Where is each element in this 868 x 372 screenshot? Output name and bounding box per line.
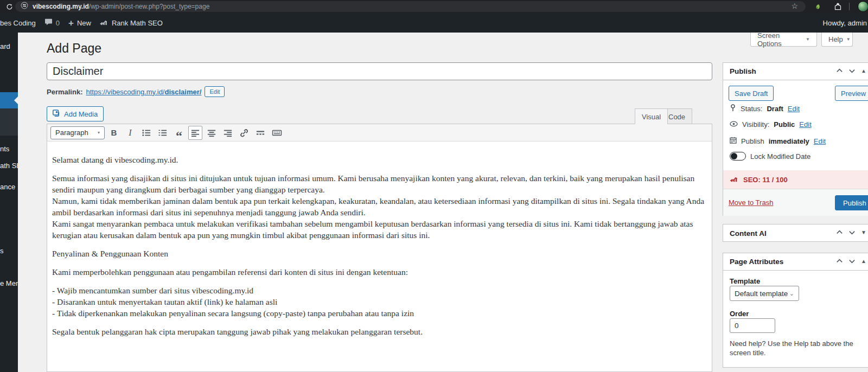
align-center-button[interactable] — [205, 126, 219, 140]
calendar-icon — [730, 137, 737, 145]
save-draft-button[interactable]: Save Draft — [729, 86, 774, 101]
align-right-button[interactable] — [221, 126, 235, 140]
sidebar-item-appearance[interactable]: ance — [0, 183, 15, 191]
bold-button[interactable]: B — [107, 126, 121, 140]
wp-admin-menu: ard nts ath SEO ance s e Menu — [0, 33, 18, 372]
sidebar-item-dashboard[interactable]: ard — [0, 42, 10, 50]
pin-icon — [730, 104, 736, 113]
numbered-list-button[interactable] — [156, 126, 170, 140]
chevron-down-icon: ▼ — [846, 37, 851, 42]
move-down-icon[interactable] — [848, 258, 856, 265]
page-title-input[interactable] — [47, 62, 712, 80]
permalink-label: Permalink: — [47, 88, 82, 96]
media-icon — [53, 110, 61, 119]
tab-visual[interactable]: Visual — [635, 108, 668, 124]
editor-text-line: - Wajib mencantumkan sumber dari situs v… — [52, 285, 706, 296]
panel-toggle-icon[interactable]: ▼ — [861, 229, 866, 235]
panel-toggle-icon[interactable]: ▲ — [861, 258, 866, 264]
admin-bar-rank-math[interactable]: Rank Math SEO — [95, 13, 167, 33]
rank-math-seo-score[interactable]: SEO: 11 / 100 — [723, 170, 868, 189]
move-down-icon[interactable] — [848, 229, 856, 236]
editor-toolbar: Paragraph ▾ B I “ — [47, 124, 712, 142]
wordpress-add-page-screen: vibescoding.my.id/wp-admin/post-new.php?… — [0, 0, 868, 372]
toolbar-toggle-button[interactable] — [270, 126, 284, 140]
publish-panel: Publish ▲ Save Draft Preview Status: Dra… — [723, 62, 868, 216]
italic-button[interactable]: I — [123, 126, 137, 140]
sidebar-item-plugins[interactable]: s — [0, 247, 4, 255]
publish-button[interactable]: Publish — [835, 195, 868, 210]
page-attributes-panel: Page Attributes ▲ Template Default templ… — [723, 253, 868, 368]
page-title: Add Page — [47, 41, 101, 56]
admin-bar-howdy[interactable]: Howdy, admin — [823, 13, 867, 33]
template-label: Template — [730, 277, 760, 285]
visibility-row: Visibility: Public Edit — [730, 120, 812, 129]
browser-profile-avatar[interactable] — [858, 1, 868, 12]
address-bar[interactable]: vibescoding.my.id/wp-admin/post-new.php?… — [15, 1, 806, 12]
move-up-icon[interactable] — [836, 229, 843, 236]
edit-schedule-link[interactable]: Edit — [814, 137, 826, 145]
chevron-down-icon: ▼ — [806, 37, 810, 42]
reload-icon[interactable] — [3, 1, 15, 12]
editor-text-line: Semua informasi yang disajikan di situs … — [52, 172, 706, 195]
move-to-trash-link[interactable]: Move to Trash — [729, 198, 773, 207]
admin-bar-new[interactable]: + New — [64, 13, 95, 33]
move-down-icon[interactable] — [848, 67, 856, 74]
publish-panel-footer: Move to Trash Publish — [723, 189, 868, 216]
url-text: vibescoding.my.id/wp-admin/post-new.php?… — [33, 3, 209, 10]
sidebar-submenu-block — [0, 108, 18, 136]
editor-text-line: - Tidak diperkenankan melakukan penyalin… — [52, 307, 706, 319]
classic-editor: Paragraph ▾ B I “ — [47, 124, 712, 372]
editor-paragraph: Semua informasi yang disajikan di situs … — [52, 172, 706, 241]
editor-content[interactable]: Selamat datang di vibescoding.my.id.Semu… — [47, 142, 712, 368]
insert-link-button[interactable] — [237, 126, 251, 140]
editor-paragraph: - Wajib mencantumkan sumber dari situs v… — [52, 285, 706, 319]
bookmark-star-icon[interactable]: ☆ — [791, 2, 798, 10]
lock-modified-toggle[interactable] — [730, 152, 746, 161]
main-content: Screen Options ▼ Help ▼ Add Page Permali… — [18, 33, 868, 372]
page-attributes-help-text: Need help? Use the Help tab above the sc… — [730, 339, 865, 357]
move-up-icon[interactable] — [836, 67, 843, 74]
editor-text-line: Kami memperbolehkan penggunaan atau peng… — [52, 266, 706, 278]
browser-toolbar: vibescoding.my.id/wp-admin/post-new.php?… — [0, 0, 868, 13]
url-domain: vibescoding.my.id — [33, 3, 89, 10]
align-left-button[interactable] — [188, 126, 202, 140]
sidebar-item-pages-selected[interactable] — [0, 92, 18, 108]
order-input[interactable] — [730, 318, 775, 333]
move-up-icon[interactable] — [836, 258, 843, 265]
permalink-edit-button[interactable]: Edit — [205, 86, 225, 97]
blockquote-button[interactable]: “ — [172, 126, 186, 140]
screen-options-tab[interactable]: Screen Options ▼ — [750, 33, 817, 47]
extension-icon-green[interactable] — [814, 2, 822, 11]
extensions-puzzle-icon[interactable] — [833, 2, 842, 11]
preview-button[interactable]: Preview — [835, 86, 868, 101]
toolbar-separator — [849, 3, 850, 10]
edit-status-link[interactable]: Edit — [788, 105, 800, 113]
status-row: Status: Draft Edit — [730, 104, 800, 113]
paragraph-format-select[interactable]: Paragraph ▾ — [50, 126, 105, 139]
url-path: /wp-admin/post-new.php?post_type=page — [89, 3, 210, 10]
read-more-button[interactable] — [253, 126, 267, 140]
template-select[interactable]: Default template ⌄ — [730, 286, 799, 301]
panel-toggle-icon[interactable]: ▲ — [861, 68, 866, 74]
add-media-button[interactable]: Add Media — [47, 106, 104, 121]
editor-text-line: Penyalinan & Penggunaan Konten — [52, 248, 706, 259]
rank-math-icon — [100, 18, 108, 27]
editor-text-line: Kami sangat menyarankan pembaca untuk me… — [52, 218, 706, 241]
site-settings-icon[interactable] — [21, 2, 28, 11]
editor-text-line: - Disarankan untuk menyertakan tautan ak… — [52, 296, 706, 307]
edit-visibility-link[interactable]: Edit — [799, 120, 811, 129]
bulleted-list-button[interactable] — [139, 126, 154, 140]
editor-text-line: Selamat datang di vibescoding.my.id. — [52, 154, 706, 165]
permalink-link[interactable]: https://vibescoding.my.id/disclaimer/ — [86, 88, 201, 96]
eye-icon — [730, 120, 738, 129]
content-ai-panel: Content AI ▼ — [723, 224, 868, 242]
chevron-down-icon: ⌄ — [789, 290, 794, 297]
seo-graph-icon — [730, 175, 739, 184]
schedule-row: Publish immediately Edit — [730, 137, 826, 145]
admin-bar-site-name[interactable]: bes Coding — [0, 13, 40, 33]
permalink-row: Permalink: https://vibescoding.my.id/dis… — [47, 86, 225, 97]
sidebar-item-comments[interactable]: nts — [0, 145, 9, 153]
admin-bar-comments[interactable]: 0 — [40, 13, 64, 33]
help-tab[interactable]: Help ▼ — [821, 33, 853, 47]
chevron-down-icon: ▾ — [98, 130, 100, 135]
